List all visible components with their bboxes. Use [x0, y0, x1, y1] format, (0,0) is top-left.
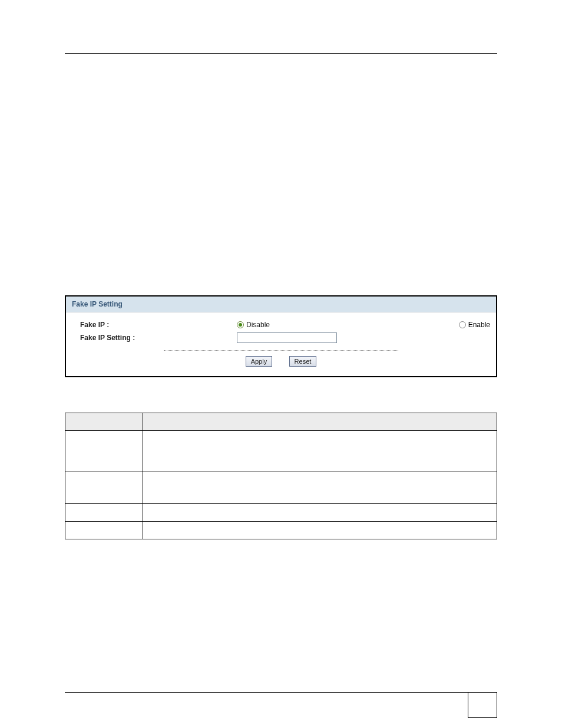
row-fake-ip-setting: Fake IP Setting : [72, 332, 490, 343]
fake-ip-setting-label: Fake IP Setting : [72, 334, 237, 342]
cell-item [65, 472, 143, 504]
radio-enable-icon[interactable] [459, 321, 466, 328]
cell-desc [143, 504, 497, 522]
table-row [65, 472, 497, 504]
table-header-row [65, 413, 497, 431]
cell-item [65, 504, 143, 522]
table-row [65, 522, 497, 539]
top-divider [65, 53, 497, 54]
table-row [65, 431, 497, 472]
panel-title: Fake IP Setting [66, 297, 496, 312]
reset-button[interactable]: Reset [289, 356, 317, 367]
description-table [65, 413, 497, 539]
cell-desc [143, 472, 497, 504]
fake-ip-label: Fake IP : [72, 321, 237, 329]
row-fake-ip: Fake IP : Disable [72, 321, 490, 329]
header-item [65, 413, 143, 431]
apply-button[interactable]: Apply [246, 356, 273, 367]
radio-disable-icon[interactable] [237, 321, 244, 328]
fake-ip-input[interactable] [237, 332, 337, 343]
disable-label: Disable [246, 321, 270, 329]
header-desc [143, 413, 497, 431]
page-number-box [468, 692, 497, 718]
enable-radio-wrap[interactable]: Enable [459, 321, 490, 329]
footer-rule [65, 692, 497, 693]
cell-desc [143, 431, 497, 472]
fake-ip-setting-panel: Fake IP Setting Fake IP : Disable Enable… [65, 295, 497, 377]
dotted-separator [164, 350, 398, 351]
cell-item [65, 431, 143, 472]
table-row [65, 504, 497, 522]
cell-item [65, 522, 143, 539]
cell-desc [143, 522, 497, 539]
enable-label: Enable [468, 321, 490, 329]
disable-radio-wrap[interactable]: Disable [237, 321, 270, 329]
